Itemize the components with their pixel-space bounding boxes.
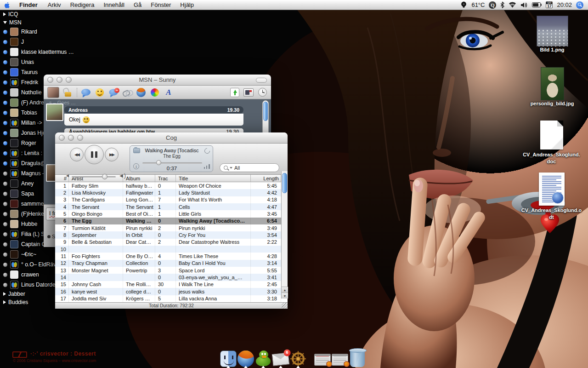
playlist-row[interactable]: 13Monster MagnetPowertrip3Space Lord5:55: [55, 267, 288, 274]
menu-item-arkiv[interactable]: Arkiv: [43, 0, 66, 10]
playlist-row[interactable]: 11Foo FightersOne By O…4Times Like These…: [55, 253, 288, 259]
minimize-button[interactable]: [57, 77, 62, 83]
buddy-group-msn[interactable]: MSN: [2, 18, 80, 27]
dock-helm-icon[interactable]: [289, 348, 307, 367]
volume-knob[interactable]: [102, 174, 107, 179]
toolbar-toggle-pill[interactable]: [256, 78, 267, 83]
playlist-row[interactable]: 10: [55, 246, 288, 253]
dock-firefox-icon[interactable]: [237, 348, 254, 367]
zoom-button[interactable]: [66, 77, 72, 83]
chat-scrollbar-thumb[interactable]: [263, 102, 268, 121]
menu-item-gå[interactable]: Gå: [129, 0, 146, 10]
buddy-row[interactable]: klasse klaettermus …: [2, 47, 80, 57]
search-field[interactable]: All: [220, 163, 279, 172]
info-icon[interactable]: i: [133, 163, 139, 169]
playlist-row[interactable]: 17Joddla med SivKrögers …5Lilla vackra A…: [55, 295, 288, 302]
volume-slider[interactable]: [72, 176, 116, 178]
alert-panel-icon[interactable]: [243, 87, 254, 98]
buddy-row[interactable]: J: [2, 37, 80, 47]
link-icon[interactable]: [122, 87, 132, 98]
close-button[interactable]: [47, 77, 53, 83]
dock-mail-icon[interactable]: 6: [272, 348, 289, 367]
playlist-row[interactable]: 7Turmion KätilötPirun nyrkki2Pirun nyrkk…: [55, 224, 288, 231]
folder-icon[interactable]: [133, 148, 140, 153]
bluetooth-menu-icon[interactable]: [500, 1, 504, 8]
scroll-up-button[interactable]: ▲: [282, 287, 288, 293]
buddy-avatar-thumbnail[interactable]: [47, 87, 59, 98]
playlist-row[interactable]: 1Fatboy Slimhalfway b…0Weapon Of Choice5…: [55, 182, 288, 189]
buddy-group-icq[interactable]: ICQ: [2, 10, 80, 18]
running-indicator: [244, 366, 248, 368]
menu-item-hjälp[interactable]: Hjälp: [175, 0, 198, 10]
menu-item-innehåll[interactable]: Innehåll: [99, 0, 129, 10]
buddy-row[interactable]: Rikard: [2, 27, 80, 37]
playlist-row[interactable]: 5Oingo BoingoBest of Oi…1Little Girls3:4…: [55, 210, 288, 217]
column-header-title[interactable]: Title: [176, 175, 251, 182]
font-icon[interactable]: A: [164, 87, 174, 98]
apple-menu[interactable]: [0, 1, 14, 9]
column-header-trac[interactable]: Trac: [155, 175, 176, 182]
playlist-scrollbar-thumb[interactable]: [282, 173, 287, 193]
menu-item-fönster[interactable]: Fönster: [146, 0, 175, 10]
volume-menu-icon[interactable]: [520, 2, 528, 8]
previous-track-button[interactable]: ◀◀: [70, 148, 84, 161]
playlist-row[interactable]: 6The EggWalking …0Walking Away [Tocadisc…: [55, 218, 288, 224]
playlist-row[interactable]: 9Belle & SebastianDear Cat…2Dear Catastr…: [55, 239, 288, 246]
next-track-button[interactable]: ▶▶: [105, 148, 119, 161]
playlist-row[interactable]: 3The CardigansLong Gon…7For What It's Wo…: [55, 196, 288, 203]
smiley-icon[interactable]: [95, 87, 105, 98]
firefox-icon[interactable]: [136, 87, 146, 98]
desktop-icon-cv-odt[interactable]: CV_Andreas_Skoglund.o dt: [511, 172, 588, 221]
playlist-row[interactable]: 15Johnny CashThe Rolli…30I Walk The Line…: [55, 281, 288, 288]
menu-item-redigera[interactable]: Redigera: [66, 0, 99, 10]
dock-minimized-window-1[interactable]: [314, 348, 331, 367]
dock-trash-icon[interactable]: [349, 348, 366, 367]
repeat-icon[interactable]: [204, 147, 211, 155]
progress-slider[interactable]: [142, 162, 202, 164]
resize-grip[interactable]: [282, 303, 288, 309]
playlist-scrollbar[interactable]: ▲ ▼: [281, 171, 288, 299]
playlist-row[interactable]: 16kanye westcollege d…0jesus walks3:30: [55, 288, 288, 295]
calendar-menu-icon[interactable]: SAT 17: [546, 1, 553, 8]
webcam-menu-icon[interactable]: [460, 1, 467, 8]
playlist-row[interactable]: 8SeptemberIn Orbit0Cry For You3:54: [55, 231, 288, 238]
menu-clock[interactable]: 20:02: [557, 1, 572, 8]
desktop-icon-bild1[interactable]: Bild 1.png: [520, 16, 584, 53]
chat-scrollbar[interactable]: [262, 100, 269, 137]
dock-adium-icon[interactable]: [254, 348, 272, 367]
playlist-row[interactable]: 14003-enya-we_wish_you_a_…3:41: [55, 274, 288, 281]
quicksilver-menu-icon[interactable]: Q: [489, 1, 496, 9]
chat-bubble-icon[interactable]: [81, 87, 91, 98]
cog-titlebar[interactable]: Cog: [55, 132, 288, 144]
wifi-menu-icon[interactable]: [509, 2, 516, 8]
minimize-button[interactable]: [68, 135, 74, 141]
column-header-album[interactable]: Album: [123, 175, 155, 182]
desktop-icon-personlig-bild[interactable]: personlig_bild.jpg: [515, 67, 588, 107]
playlist-row[interactable]: 4The ServantThe Servant1Cells4:47: [55, 203, 288, 210]
temperature-menu-item[interactable]: 61°C: [471, 1, 485, 8]
dock-minimized-window-2[interactable]: [331, 348, 349, 367]
progress-knob[interactable]: [156, 160, 161, 165]
desktop-icon-cv-doc[interactable]: CV_Andreas_Skoglund. doc: [514, 121, 588, 165]
scroll-down-button[interactable]: ▼: [282, 293, 288, 299]
dock-finder-icon[interactable]: [220, 348, 237, 367]
battery-menu-icon[interactable]: [532, 2, 542, 7]
pause-button[interactable]: [85, 145, 104, 164]
playlist-row[interactable]: 12Tracy ChapmanCollection0Baby Can I Hol…: [55, 260, 288, 267]
history-clock-icon[interactable]: [257, 87, 267, 98]
block-contact-icon[interactable]: [108, 87, 119, 98]
cell-n: 9: [55, 239, 69, 246]
column-header-length[interactable]: Length: [251, 175, 281, 182]
dock: 6: [220, 345, 366, 367]
spotlight-icon[interactable]: [576, 1, 583, 9]
buddy-row[interactable]: Unas: [2, 57, 80, 67]
zoom-button[interactable]: [77, 135, 83, 141]
levels-icon[interactable]: [204, 164, 210, 169]
menu-item-finder[interactable]: Finder: [14, 0, 43, 10]
lock-icon[interactable]: [63, 87, 73, 98]
color-wheel-icon[interactable]: [150, 87, 160, 98]
send-file-icon[interactable]: [230, 87, 240, 98]
playlist-row[interactable]: 2Lisa MiskovskyFallingwater1Lady Stardus…: [55, 189, 288, 196]
msn-titlebar[interactable]: MSN – Sunny: [44, 75, 271, 86]
close-button[interactable]: [59, 135, 65, 141]
